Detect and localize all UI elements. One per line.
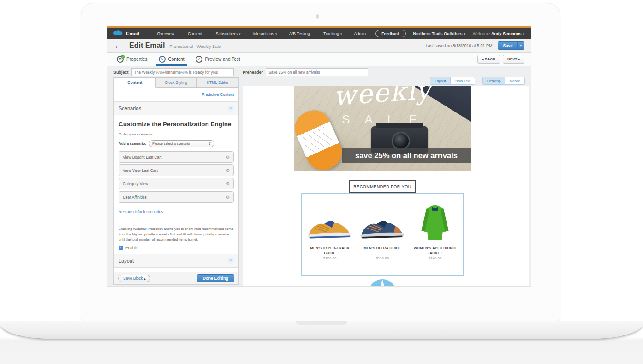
nav-item-content[interactable]: Content	[188, 31, 204, 36]
product-card[interactable]: MEN'S ULTRA GUIDE $110.00	[357, 201, 408, 275]
editor-tabs: Content Block Styling HTML Editor	[114, 77, 238, 88]
tab-block-styling[interactable]: Block Styling	[156, 77, 197, 88]
toggle-mobile[interactable]: Mobile	[505, 77, 524, 84]
product-name: MEN'S HYPER-TRACK GUIDE	[304, 246, 356, 256]
pencil-icon: ✎	[159, 56, 166, 63]
gear-icon[interactable]: ⚙	[226, 195, 230, 200]
email-body[interactable]: weekly S A L E save 25% on all new arriv…	[294, 86, 471, 286]
nav-item-admin[interactable]: Admin	[354, 31, 368, 36]
brand-sun-logo-icon	[368, 278, 397, 286]
webcam-dot	[316, 14, 319, 19]
layout-section-header[interactable]: Layout ✎	[114, 254, 238, 268]
email-name: Promotional - Weekly Sale	[169, 44, 221, 49]
tab-editor-content[interactable]: Content	[114, 77, 156, 88]
personalization-heading: Customize the Personalization Engine	[119, 121, 234, 128]
laptop-base	[0, 321, 643, 339]
save-button[interactable]: Save ▾	[498, 41, 524, 50]
predictive-content-row: Predictive Content	[114, 88, 238, 101]
product-price: $120.00	[304, 256, 356, 260]
nav-item-overview[interactable]: Overview	[157, 31, 176, 36]
scenario-select[interactable]: Please select a scenario ⇕	[149, 140, 214, 147]
enable-label: Enable	[125, 246, 137, 250]
restore-defaults-link[interactable]: Restore default scenarios	[119, 210, 163, 214]
account-menu[interactable]: Northern Trails Outfitters▾	[413, 31, 466, 36]
edit-icon[interactable]: ✎	[228, 106, 234, 112]
gear-icon[interactable]: ⚙	[226, 168, 230, 173]
wizard-nav-buttons: ◂ BACK NEXT ▸	[477, 55, 531, 64]
nav-item-tracking[interactable]: Tracking▾	[323, 31, 342, 36]
gear-icon[interactable]: ⚙	[226, 182, 230, 186]
email-preview-canvas: weekly S A L E save 25% on all new arriv…	[243, 86, 529, 286]
tab-preview-and-test[interactable]: ✓ Preview and Test	[194, 53, 242, 66]
scenarios-body: Customize the Personalization Engine Ord…	[114, 115, 238, 250]
wizard-steps: ⚙✓ Properties ✎ Content ✓ Preview and Te…	[107, 53, 531, 66]
product-image-shoe-navy	[357, 201, 408, 243]
check-icon: ✓	[196, 56, 202, 63]
feedback-button[interactable]: Feedback	[375, 30, 405, 37]
last-saved-text: Last saved on 8/18/2016 at 5:01 PM	[426, 43, 493, 48]
content-editor-panel: Content Block Styling HTML Editor Predic…	[113, 77, 239, 285]
next-button[interactable]: NEXT ▸	[503, 55, 524, 64]
subject-input[interactable]	[131, 68, 234, 76]
hero-script-text: weekly	[294, 86, 471, 114]
chevron-down-icon: ▾	[239, 32, 241, 35]
gear-icon: ⚙✓	[117, 56, 124, 63]
predictive-content-link[interactable]: Predictive Content	[202, 92, 234, 97]
chevron-down-icon: ▾	[275, 32, 277, 35]
recommended-products-block[interactable]: MEN'S HYPER-TRACK GUIDE $120.00	[301, 193, 464, 276]
hero-image: weekly S A L E save 25% on all new arriv…	[294, 86, 471, 171]
enable-checkbox[interactable]: ✓	[119, 246, 123, 250]
chevron-down-icon: ▾	[464, 32, 466, 35]
toggle-layout[interactable]: Layout	[430, 77, 450, 84]
scenarios-section-header[interactable]: Scenarios ✎	[114, 101, 238, 115]
recommended-for-you-label: RECOMMENDED FOR YOU	[349, 180, 416, 193]
user-menu[interactable]: Welcome Andy Simmons▾	[473, 31, 524, 36]
back-button[interactable]: ◂ BACK	[477, 55, 500, 64]
save-block-button[interactable]: Save Block ▴	[118, 275, 150, 282]
tab-html-editor[interactable]: HTML Editor	[197, 77, 238, 88]
scenario-item-user-affinities[interactable]: User Affinities ⚙	[119, 191, 234, 203]
nav-item-subscribers[interactable]: Subscribers▾	[215, 31, 240, 36]
hero-banner-text: save 25% on all new arrivals	[342, 148, 471, 163]
scenario-item-category-view[interactable]: Category View ⚙	[119, 178, 234, 189]
product-name: MEN'S ULTRA GUIDE	[357, 246, 408, 256]
caret-right-icon: ▸	[518, 58, 520, 61]
laptop-base-notch	[296, 321, 347, 325]
chevron-down-icon: ▾	[340, 32, 342, 35]
done-editing-button[interactable]: Done Editing	[197, 274, 235, 282]
preheader-label: Preheader	[243, 70, 263, 75]
laptop-frame: Email Overview Content Subscribers▾ Inte…	[81, 3, 560, 321]
scenario-item-view-bought-last-cart[interactable]: View Bought Last Cart ⚙	[119, 151, 234, 163]
subject-label: Subject	[113, 70, 129, 75]
page-title: Edit Email	[129, 41, 165, 50]
gear-icon[interactable]: ⚙	[226, 155, 230, 159]
product-card[interactable]: WOMEN'S APEX BIONIC JACKET $149.00	[409, 201, 461, 275]
editor-footer: Save Block ▴ Done Editing	[114, 272, 238, 284]
app-window: Email Overview Content Subscribers▾ Inte…	[107, 26, 531, 286]
app-brand[interactable]: Email	[107, 30, 144, 37]
nav-item-ab-testing[interactable]: A/B Testing	[289, 31, 311, 36]
salesforce-cloud-icon	[113, 30, 123, 37]
preheader-input[interactable]	[266, 68, 368, 76]
tab-content[interactable]: ✎ Content	[157, 53, 186, 66]
top-navbar: Email Overview Content Subscribers▾ Inte…	[107, 28, 531, 39]
preheader-row: Preheader	[243, 68, 368, 76]
product-image-shoe-yellow	[304, 201, 356, 243]
page-header: ← Edit Email Promotional - Weekly Sale L…	[107, 39, 531, 53]
preview-toggles: Layout Plain Text Desktop Mobile	[430, 77, 525, 85]
nav-item-interactions[interactable]: Interactions▾	[252, 31, 277, 36]
back-arrow-icon[interactable]: ←	[114, 42, 122, 50]
scenario-item-view-view-last-cart[interactable]: View View Last Cart ⚙	[119, 164, 234, 176]
product-card[interactable]: MEN'S HYPER-TRACK GUIDE $120.00	[304, 201, 356, 275]
edit-icon[interactable]: ✎	[228, 258, 234, 264]
check-badge-icon: ✓	[121, 55, 125, 59]
order-hint: Order your scenarios.	[119, 132, 234, 136]
toggle-plain-text[interactable]: Plain Text	[450, 77, 475, 84]
device-toggle-group: Desktop Mobile	[482, 77, 525, 85]
tab-properties[interactable]: ⚙✓ Properties	[115, 53, 149, 66]
toggle-desktop[interactable]: Desktop	[483, 77, 505, 84]
product-image-jacket-green	[409, 201, 461, 243]
hero-sale-text: S A L E	[294, 112, 471, 127]
select-arrows-icon: ⇕	[208, 141, 211, 146]
save-dropdown-caret[interactable]: ▾	[517, 42, 524, 49]
